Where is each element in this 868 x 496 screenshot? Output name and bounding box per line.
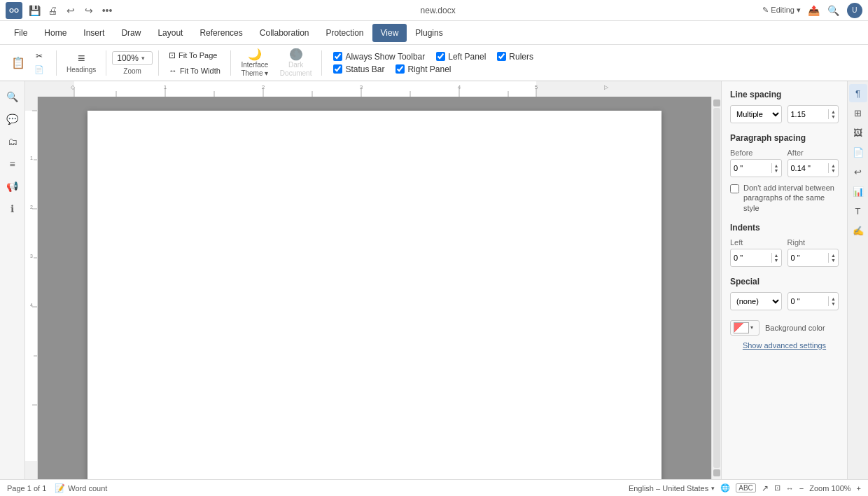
line-spacing-up[interactable]: ▲	[829, 109, 838, 114]
line-spacing-value-input[interactable]: ▲ ▼	[788, 105, 839, 123]
document-page[interactable]	[88, 111, 662, 479]
before-value-field[interactable]	[731, 164, 771, 172]
menu-references[interactable]: References	[191, 24, 251, 42]
before-input[interactable]: ▲ ▼	[730, 159, 782, 177]
sidebar-announcement-icon[interactable]: 📢	[3, 177, 22, 196]
menu-protection[interactable]: Protection	[318, 24, 372, 42]
fit-to-page-button[interactable]: ⊡ Fit To Page	[164, 48, 225, 62]
after-input[interactable]: ▲ ▼	[788, 159, 839, 177]
special-up[interactable]: ▲	[829, 296, 838, 301]
interface-theme-button[interactable]: 🌙 InterfaceTheme ▾	[237, 48, 273, 78]
left-panel-check[interactable]: Left Panel	[436, 52, 486, 62]
dont-add-interval-label: Don't add interval between paragraphs of…	[743, 183, 839, 213]
menu-bar: File Home Insert Draw Layout References …	[0, 21, 868, 45]
dark-document-button[interactable]: 🌑 DarkDocument	[276, 48, 316, 78]
special-type-col: (none) First line Hanging	[730, 292, 782, 310]
track-changes-icon[interactable]: ↗	[762, 483, 769, 493]
spell-check-icon[interactable]: ABC	[736, 483, 756, 492]
special-type-select[interactable]: (none) First line Hanging	[730, 292, 782, 310]
before-up[interactable]: ▲	[772, 163, 781, 168]
right-panel-check[interactable]: Right Panel	[396, 64, 451, 74]
dont-add-interval-check[interactable]	[730, 184, 739, 193]
undo-icon[interactable]: ↩	[64, 4, 77, 17]
sidebar-info-icon[interactable]: ℹ	[3, 199, 22, 219]
after-up[interactable]: ▲	[829, 163, 838, 168]
save-icon[interactable]: 💾	[28, 4, 41, 17]
paste-button[interactable]: 📋	[8, 53, 28, 73]
menu-draw[interactable]: Draw	[113, 24, 149, 42]
menu-file[interactable]: File	[6, 24, 36, 42]
always-show-toolbar-check[interactable]: Always Show Toolbar	[333, 52, 425, 62]
before-down[interactable]: ▼	[772, 168, 781, 173]
sidebar-search-icon[interactable]: 🔍	[3, 87, 22, 106]
language-globe-icon[interactable]: 🌐	[720, 483, 730, 492]
indent-left-down[interactable]: ▼	[772, 258, 781, 263]
left-panel-input[interactable]	[436, 52, 445, 61]
language-selector[interactable]: English – United States ▾	[629, 484, 715, 492]
line-spacing-down[interactable]: ▼	[829, 114, 838, 119]
fit-page-icon[interactable]: ⊡	[774, 483, 780, 492]
right-panel-input[interactable]	[396, 64, 405, 74]
after-value-field[interactable]	[788, 164, 829, 172]
headings-button[interactable]: ≡ Headings	[62, 48, 100, 78]
redo-icon[interactable]: ↪	[83, 4, 95, 17]
user-avatar[interactable]: U	[847, 3, 862, 18]
share-icon[interactable]: 📤	[808, 4, 820, 17]
rulers-check[interactable]: Rulers	[497, 52, 533, 62]
indent-right-up[interactable]: ▲	[829, 253, 838, 258]
menu-plugins[interactable]: Plugins	[407, 24, 451, 42]
special-value-input[interactable]: ▲ ▼	[788, 292, 839, 310]
indent-left-up[interactable]: ▲	[772, 253, 781, 258]
status-bar-input[interactable]	[333, 64, 342, 74]
fit-width-icon[interactable]: ↔	[786, 484, 794, 492]
panel-text-icon[interactable]: T	[849, 202, 867, 220]
search-icon[interactable]: 🔍	[827, 4, 840, 17]
panel-chart-icon[interactable]: 📊	[849, 182, 867, 200]
more-icon[interactable]: •••	[101, 4, 113, 17]
cut-button[interactable]: ✂	[31, 50, 48, 62]
panel-image-icon[interactable]: 🖼	[849, 123, 867, 142]
toolbar-divider-5	[321, 50, 322, 76]
zoom-in-button[interactable]: +	[857, 484, 861, 492]
advanced-settings-link[interactable]: Show advanced settings	[730, 341, 839, 350]
line-spacing-type-select[interactable]: Multiple Single 1.5 lines Double At leas…	[730, 105, 782, 123]
sidebar-table-icon[interactable]: 🗂	[3, 132, 22, 151]
menu-view[interactable]: View	[372, 24, 407, 42]
menu-home[interactable]: Home	[36, 24, 75, 42]
indent-right-input[interactable]: ▲ ▼	[788, 249, 839, 267]
special-value-field[interactable]	[788, 297, 829, 305]
panel-undo-icon[interactable]: ↩	[849, 163, 867, 181]
special-down[interactable]: ▼	[829, 301, 838, 306]
copy-button[interactable]: 📄	[31, 64, 48, 76]
indent-left-field[interactable]	[731, 254, 771, 262]
after-down[interactable]: ▼	[829, 168, 838, 173]
print-icon[interactable]: 🖨	[46, 4, 59, 17]
zoom-control[interactable]: 100% ▾	[112, 51, 153, 65]
zoom-out-button[interactable]: −	[799, 484, 804, 492]
panel-table-icon[interactable]: ⊞	[849, 104, 867, 122]
status-bar-check[interactable]: Status Bar	[333, 64, 384, 74]
always-show-toolbar-input[interactable]	[333, 52, 342, 61]
editing-status[interactable]: ✎ Editing ▾	[762, 6, 801, 15]
indent-left-input[interactable]: ▲ ▼	[730, 249, 782, 267]
indent-right-down[interactable]: ▼	[829, 258, 838, 263]
scroll-down-button[interactable]	[713, 469, 720, 476]
sidebar-comment-icon[interactable]: 💬	[3, 109, 22, 129]
indent-right-field[interactable]	[788, 254, 829, 262]
document-canvas[interactable]	[38, 97, 711, 479]
line-spacing-value-field[interactable]	[788, 110, 829, 118]
word-count-button[interactable]: 📝 Word count	[55, 483, 107, 493]
background-color-button[interactable]: ▾	[730, 320, 760, 336]
scroll-up-button[interactable]	[713, 99, 720, 106]
vertical-scrollbar[interactable]	[711, 97, 721, 479]
rulers-input[interactable]	[497, 52, 506, 61]
fit-to-width-button[interactable]: ↔ Fit To Width	[164, 64, 225, 78]
panel-signature-icon[interactable]: ✍	[849, 221, 867, 240]
menu-collaboration[interactable]: Collaboration	[251, 24, 318, 42]
panel-paragraph-icon[interactable]: ¶	[849, 84, 867, 102]
scroll-thumb[interactable]	[713, 108, 720, 468]
menu-layout[interactable]: Layout	[149, 24, 191, 42]
menu-insert[interactable]: Insert	[75, 24, 113, 42]
panel-page-icon[interactable]: 📄	[849, 143, 867, 161]
sidebar-headings-icon[interactable]: ≡	[3, 154, 22, 174]
